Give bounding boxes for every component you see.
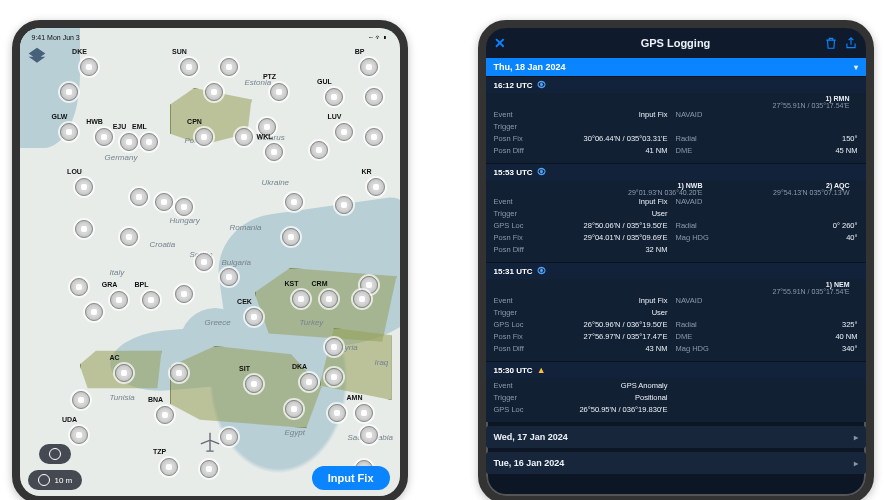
waypoint-label: LOU (67, 168, 82, 175)
section-time: 15:53 UTC (494, 168, 533, 177)
row-value-right (722, 295, 858, 307)
row-label-right: Mag HDG (668, 343, 722, 355)
row-label-right: Mag HDG (668, 232, 722, 244)
status-time: 9:41 Mon Jun 3 (32, 34, 80, 41)
waypoint-icon (220, 428, 238, 446)
waypoint-icon (180, 58, 198, 76)
map-canvas[interactable]: GermanyPolandBelarusEstoniaUkraineItalyR… (20, 28, 400, 496)
day-header-wed[interactable]: Wed, 17 Jan 2024 ▸ (486, 426, 866, 448)
row-value-left: Input Fix (548, 196, 668, 208)
log-section-header[interactable]: 16:12 UTC⦿ (486, 76, 866, 93)
waypoint-icon (292, 290, 310, 308)
waypoint-label: CPN (187, 118, 202, 125)
row-label-right (668, 121, 722, 133)
waypoint-icon (95, 128, 113, 146)
waypoint-label: HWB (86, 118, 103, 125)
map-tools: 10 m (28, 444, 83, 490)
navaid-id-line: 1) NEM (494, 281, 858, 288)
log-header: ✕ GPS Logging (486, 28, 866, 59)
row-value-left: Input Fix (548, 109, 668, 121)
delete-button[interactable] (824, 28, 838, 58)
row-label-right: NAVAID (668, 196, 722, 208)
waypoint-label: AC (109, 354, 119, 361)
row-label: Trigger (494, 392, 548, 404)
waypoint-label: UDA (62, 416, 77, 423)
waypoint-label: KST (285, 280, 299, 287)
waypoint-icon (85, 303, 103, 321)
row-label-right: DME (668, 145, 722, 157)
row-value-right (722, 380, 858, 392)
statusbar: 9:41 Mon Jun 3 ⋯ ᯤ ▮ (20, 28, 400, 46)
page-title: GPS Logging (641, 37, 711, 49)
waypoint-label: DKE (72, 48, 87, 55)
waypoint-icon (200, 460, 218, 478)
waypoint-icon (80, 58, 98, 76)
navaid-coord-line: 27°55.91N / 035°17.54'E (494, 102, 858, 109)
map-country-label: Bulgaria (222, 258, 251, 267)
layers-button[interactable] (26, 46, 48, 70)
ipad-log: ✕ GPS Logging Thu, 18 Jan 2024 ▾ 16:12 U… (478, 20, 874, 500)
row-label-right (668, 244, 722, 256)
log-row: EventGPS Anomaly (494, 380, 858, 392)
log-row: Posn Diff43 NMMag HDG340° (494, 343, 858, 355)
log-row: GPS Loc26°50.96'N / 036°19.50'ERadial325… (494, 319, 858, 331)
log-row: TriggerUser (494, 307, 858, 319)
map-screen[interactable]: GermanyPolandBelarusEstoniaUkraineItalyR… (20, 28, 400, 496)
waypoint-label: BPL (135, 281, 149, 288)
row-value-right (722, 244, 858, 256)
day-header-thu[interactable]: Thu, 18 Jan 2024 ▾ (486, 58, 866, 76)
target-icon (49, 448, 61, 460)
range-icon (38, 474, 50, 486)
share-button[interactable] (844, 28, 858, 58)
range-label: 10 m (55, 476, 73, 485)
waypoint-icon (60, 83, 78, 101)
row-value-right (722, 109, 858, 121)
log-row: Posn Fix27°56.97'N / 035°17.47'EDME40 NM (494, 331, 858, 343)
log-section-header[interactable]: 15:53 UTC⦿ (486, 163, 866, 180)
waypoint-label: AMN (347, 394, 363, 401)
input-fix-button[interactable]: Input Fix (312, 466, 390, 490)
range-button[interactable]: 10 m (28, 470, 83, 490)
waypoint-icon (72, 391, 90, 409)
row-label: Event (494, 380, 548, 392)
row-label: Posn Fix (494, 133, 548, 145)
row-label-right (668, 307, 722, 319)
row-value-right (722, 196, 858, 208)
row-value-left: Positional (548, 392, 668, 404)
waypoint-icon (175, 198, 193, 216)
waypoint-icon (195, 128, 213, 146)
row-value-left: User (548, 307, 668, 319)
row-label-right (668, 404, 722, 416)
waypoint-label: CEK (237, 298, 252, 305)
waypoint-icon (156, 406, 174, 424)
close-button[interactable]: ✕ (494, 28, 506, 58)
waypoint-icon (285, 193, 303, 211)
log-section-body: 1) RMN27°55.91N / 035°17.54'EEventInput … (486, 93, 866, 163)
map-country-label: Greece (205, 318, 231, 327)
waypoint-icon (335, 123, 353, 141)
waypoint-label: BNA (148, 396, 163, 403)
row-value-left: 43 NM (548, 343, 668, 355)
waypoint-icon (175, 285, 193, 303)
waypoint-label: DKA (292, 363, 307, 370)
log-row: Trigger (494, 121, 858, 133)
waypoint-icon (130, 188, 148, 206)
gps-badge-button[interactable] (39, 444, 71, 464)
warning-icon: ▲ (537, 365, 546, 375)
waypoint-icon (353, 290, 371, 308)
row-label: Event (494, 109, 548, 121)
row-label-right (668, 208, 722, 220)
waypoint-label: WKL (257, 133, 273, 140)
row-value-right: 150° (722, 133, 858, 145)
log-body[interactable]: Thu, 18 Jan 2024 ▾ 16:12 UTC⦿1) RMN27°55… (486, 58, 866, 496)
log-section-header[interactable]: 15:30 UTC▲ (486, 361, 866, 378)
day-header-tue[interactable]: Tue, 16 Jan 2024 ▸ (486, 452, 866, 474)
waypoint-icon (365, 128, 383, 146)
navaid-coord-line: 27°55.91N / 035°17.54'E (494, 288, 858, 295)
waypoint-icon (335, 196, 353, 214)
section-time: 15:31 UTC (494, 267, 533, 276)
row-value-right (722, 404, 858, 416)
log-section-header[interactable]: 15:31 UTC⦿ (486, 262, 866, 279)
row-value-left: 32 NM (548, 244, 668, 256)
navaid-coord-line: 29°01.93'N 036°40.20'E29°54.13'N 035°07.… (494, 189, 858, 196)
